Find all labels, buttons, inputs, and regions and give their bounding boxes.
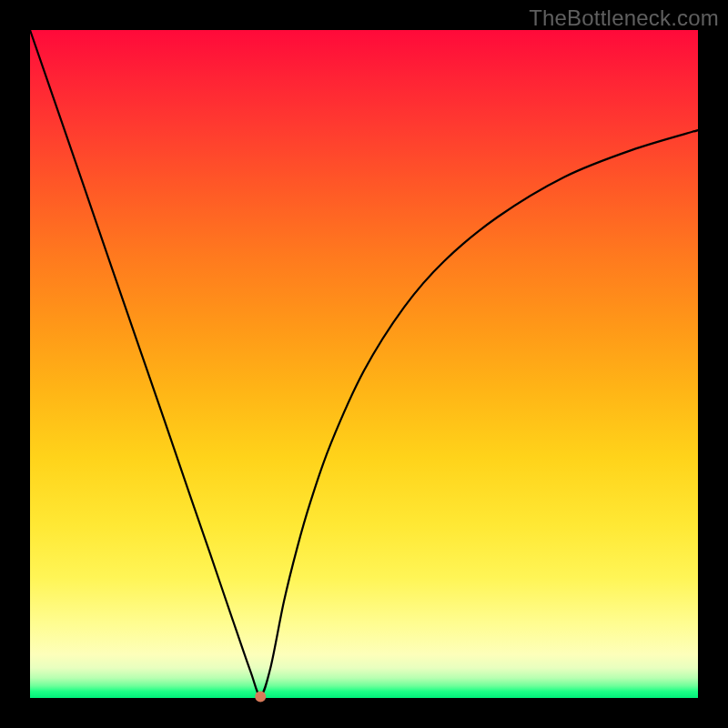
plot-area — [30, 30, 698, 698]
attribution-text: TheBottleneck.com — [529, 5, 719, 31]
min-point-marker — [255, 692, 266, 703]
curve-svg — [30, 30, 698, 698]
chart-frame: TheBottleneck.com — [0, 0, 728, 728]
bottleneck-curve — [30, 30, 698, 695]
